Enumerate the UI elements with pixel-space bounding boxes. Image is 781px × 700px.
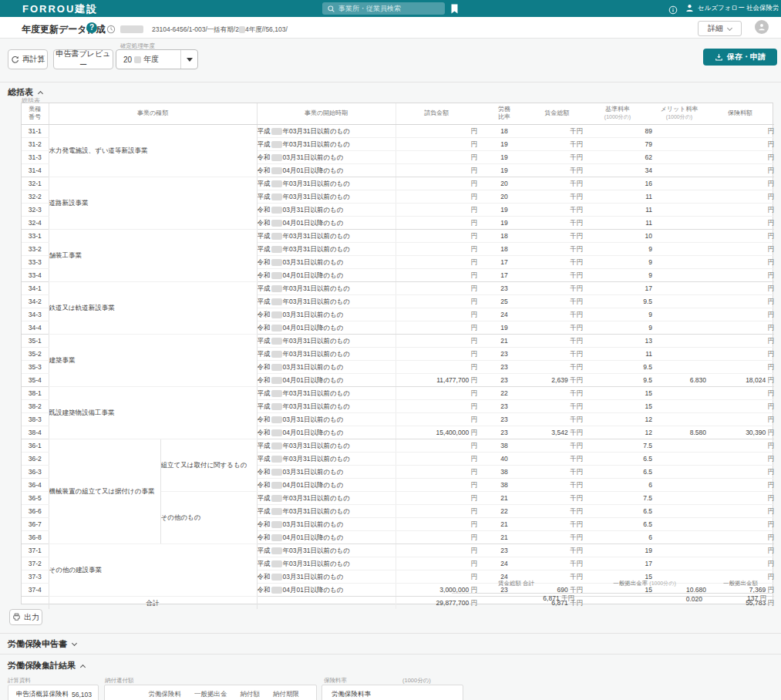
- industry-code-cell: 37-2: [22, 557, 49, 570]
- merit-rate-cell: [652, 439, 706, 452]
- premium-cell: 円: [706, 163, 774, 177]
- labor-ratio-cell: 38: [477, 465, 531, 478]
- redacted-year: [271, 482, 282, 489]
- merit-rate-cell: [652, 360, 706, 373]
- premium-cell: 円: [706, 229, 774, 242]
- refund-col-header: 一般拠出金: [194, 690, 227, 699]
- premium-cell: 円: [706, 412, 774, 426]
- contract-amount-cell: 11,477,700 円: [396, 373, 477, 386]
- section-aggregation-result[interactable]: 労働保険集計結果: [8, 660, 85, 671]
- declaration-preview-button[interactable]: 申告書プレビュー: [53, 49, 113, 69]
- history-clock-icon[interactable]: [106, 23, 116, 37]
- labor-ratio-cell: 38: [477, 439, 531, 452]
- contract-amount-cell: 15,400,000 円: [396, 426, 477, 439]
- labor-ratio-cell: 40: [477, 452, 531, 465]
- start-period-cell: 平成年03月31日以前のもの: [257, 452, 396, 465]
- wage-total-cell: 千円: [531, 124, 583, 137]
- start-period-cell: 令和03月31日以前のもの: [257, 203, 396, 216]
- account-menu[interactable]: セルズフォロー 社会保険労務士事...: [685, 3, 779, 13]
- merit-rate-cell: [652, 242, 706, 255]
- industry-code-cell: 31-1: [22, 124, 49, 137]
- base-rate-cell: 11: [583, 216, 652, 229]
- industry-code-cell: 34-1: [22, 281, 49, 294]
- premium-cell: 円: [706, 360, 774, 373]
- premium-cell: 円: [706, 177, 774, 190]
- redacted-year: [271, 259, 282, 266]
- industry-code-cell: 33-4: [22, 268, 49, 281]
- start-period-cell: 令和03月31日以前のもの: [257, 150, 396, 163]
- merit-rate-cell: [652, 150, 706, 163]
- search-input[interactable]: 事業所・従業員検索: [322, 2, 445, 15]
- start-period-cell: 令和03月31日以前のもの: [257, 255, 396, 268]
- table-row: 34-1鉄道又は軌道新設事業平成年03月31日以前のもの 円23 千円17 円: [22, 281, 774, 294]
- wage-total-cell: 千円: [531, 334, 583, 347]
- labor-ratio-cell: 19: [477, 163, 531, 177]
- industry-code-cell: 36-6: [22, 504, 49, 517]
- base-rate-cell: 6.5: [583, 465, 652, 478]
- fiscal-year-select[interactable]: 20 年度: [116, 49, 198, 69]
- contract-amount-cell: 円: [396, 321, 477, 334]
- industry-code-cell: 33-1: [22, 229, 49, 242]
- labor-ratio-cell: 23: [477, 399, 531, 412]
- labor-ratio-cell: 20: [477, 190, 531, 203]
- info-icon[interactable]: [668, 4, 678, 18]
- merit-rate-cell: [652, 177, 706, 190]
- premium-cell: 円: [706, 557, 774, 570]
- general-contribution-rate-value: 0.020: [581, 595, 709, 603]
- table-row: 37-1その他の建設事業平成年03月31日以前のもの 円23 千円19 円: [22, 544, 774, 557]
- wage-total-cell: 千円: [531, 360, 583, 373]
- general-contribution-amount-label: 一般拠出金額: [709, 580, 773, 593]
- wage-total-cell: 千円: [531, 137, 583, 150]
- redacted-year: [271, 128, 282, 135]
- industry-code-cell: 31-3: [22, 150, 49, 163]
- recalculate-button[interactable]: 再計算: [8, 49, 48, 69]
- premium-cell: 円: [706, 268, 774, 281]
- premium-rate-sub-label: (1000分の): [402, 677, 431, 685]
- start-period-cell: 平成年03月31日以前のもの: [257, 242, 396, 255]
- start-period-cell: 平成年03月31日以前のもの: [257, 334, 396, 347]
- detail-button[interactable]: 詳細: [698, 21, 742, 36]
- app-header: FORROU建設 事業所・従業員検索 セルズフォロー 社会保険労務士事...: [0, 0, 781, 17]
- industry-code-cell: 32-1: [22, 177, 49, 190]
- help-icon[interactable]: ?: [86, 22, 97, 33]
- contract-amount-cell: 円: [396, 544, 477, 557]
- merit-rate-cell: [652, 517, 706, 530]
- merit-rate-cell: [652, 255, 706, 268]
- wage-total-cell: 千円: [531, 504, 583, 517]
- avatar[interactable]: [755, 20, 769, 34]
- total-label-cell: 合計: [49, 596, 257, 609]
- save-submit-button[interactable]: 保存・申請: [703, 49, 777, 66]
- labor-ratio-cell: 17: [477, 255, 531, 268]
- labor-ratio-cell: 17: [477, 268, 531, 281]
- base-rate-cell: 6: [583, 478, 652, 491]
- calc-material-label: 計算資料: [8, 677, 31, 685]
- industry-code-cell: 33-2: [22, 242, 49, 255]
- labor-insurance-rate-label: 労働保険料率: [332, 690, 371, 699]
- section-insurance-declaration[interactable]: 労働保険申告書: [8, 638, 76, 650]
- labor-ratio-cell: 38: [477, 478, 531, 491]
- total-empty-cell: [22, 596, 49, 609]
- premium-cell: 円: [706, 491, 774, 504]
- contract-amount-cell: 円: [396, 137, 477, 150]
- base-rate-cell: 7.5: [583, 439, 652, 452]
- redacted-year: [271, 416, 282, 423]
- chevron-down-icon: [72, 641, 77, 646]
- save-icon: [715, 53, 723, 62]
- redacted-year: [271, 574, 282, 581]
- base-rate-cell: 9: [583, 255, 652, 268]
- declared-premium-box: 申告済概算保険料 56,103: [8, 685, 99, 700]
- start-period-cell: 平成年03月31日以前のもの: [257, 399, 396, 412]
- merit-rate-cell: 8.580: [652, 426, 706, 439]
- labor-ratio-cell: 18: [477, 229, 531, 242]
- business-type-cell: 水力発電施設、ずい道等新設事業: [49, 124, 257, 177]
- redacted-year: [271, 325, 282, 331]
- start-period-cell: 平成年03月31日以前のもの: [257, 281, 396, 294]
- premium-cell: 円: [706, 150, 774, 163]
- output-button[interactable]: 出力: [9, 609, 42, 625]
- col-merit-rate: メリット料率(1000分の): [652, 103, 706, 124]
- premium-cell: 円: [706, 439, 774, 452]
- merit-rate-cell: [652, 190, 706, 203]
- contract-amount-cell: 円: [396, 124, 477, 137]
- bookmark-icon[interactable]: [450, 3, 459, 17]
- wage-total-cell: 千円: [531, 216, 583, 229]
